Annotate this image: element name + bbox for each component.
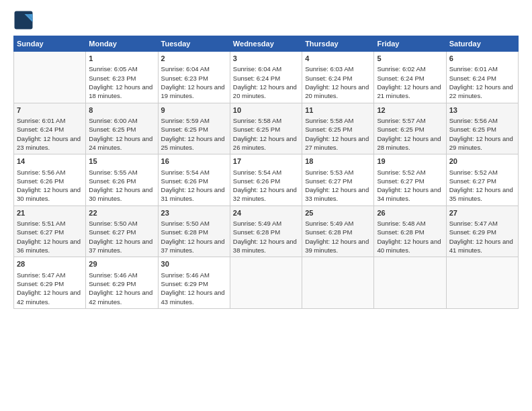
day-number: 1 bbox=[89, 54, 154, 64]
daylight-text: Daylight: 12 hours and 41 minutes. bbox=[449, 237, 515, 255]
sunrise-text: Sunrise: 5:53 AM bbox=[305, 168, 371, 177]
daylight-text: Daylight: 12 hours and 35 minutes. bbox=[449, 185, 515, 203]
sunrise-text: Sunrise: 6:01 AM bbox=[449, 64, 515, 73]
sunset-text: Sunset: 6:29 PM bbox=[17, 279, 83, 288]
calendar-cell: 4Sunrise: 6:03 AMSunset: 6:24 PMDaylight… bbox=[302, 52, 374, 103]
daylight-text: Daylight: 12 hours and 25 minutes. bbox=[161, 134, 227, 152]
daylight-text: Daylight: 12 hours and 23 minutes. bbox=[17, 134, 83, 152]
sunset-text: Sunset: 6:25 PM bbox=[377, 125, 443, 134]
daylight-text: Daylight: 12 hours and 37 minutes. bbox=[89, 237, 154, 255]
sunrise-text: Sunrise: 5:50 AM bbox=[161, 219, 227, 228]
sunset-text: Sunset: 6:28 PM bbox=[305, 228, 371, 236]
day-number: 14 bbox=[17, 156, 83, 167]
daylight-text: Daylight: 12 hours and 18 minutes. bbox=[89, 83, 154, 101]
calendar-cell: 7Sunrise: 6:01 AMSunset: 6:24 PMDaylight… bbox=[14, 103, 86, 154]
logo-icon bbox=[13, 10, 34, 30]
calendar-header: SundayMondayTuesdayWednesdayThursdayFrid… bbox=[14, 36, 519, 52]
daylight-text: Daylight: 12 hours and 34 minutes. bbox=[377, 185, 443, 203]
sunset-text: Sunset: 6:28 PM bbox=[233, 228, 299, 236]
day-number: 26 bbox=[377, 208, 443, 218]
calendar-cell: 6Sunrise: 6:01 AMSunset: 6:24 PMDaylight… bbox=[446, 52, 518, 103]
daylight-text: Daylight: 12 hours and 30 minutes. bbox=[89, 185, 154, 203]
sunset-text: Sunset: 6:26 PM bbox=[17, 177, 83, 185]
day-header-wednesday: Wednesday bbox=[230, 36, 302, 52]
calendar-cell: 25Sunrise: 5:49 AMSunset: 6:28 PMDayligh… bbox=[302, 205, 374, 257]
day-number: 12 bbox=[377, 105, 443, 116]
calendar-cell: 26Sunrise: 5:48 AMSunset: 6:28 PMDayligh… bbox=[374, 205, 446, 257]
header bbox=[13, 10, 519, 30]
sunset-text: Sunset: 6:25 PM bbox=[233, 125, 299, 134]
sunrise-text: Sunrise: 5:50 AM bbox=[89, 219, 154, 228]
day-number: 6 bbox=[449, 54, 515, 64]
sunset-text: Sunset: 6:25 PM bbox=[305, 125, 371, 134]
sunrise-text: Sunrise: 5:47 AM bbox=[17, 271, 83, 279]
sunset-text: Sunset: 6:25 PM bbox=[449, 125, 515, 134]
calendar-cell: 30Sunrise: 5:46 AMSunset: 6:29 PMDayligh… bbox=[158, 257, 230, 309]
day-header-tuesday: Tuesday bbox=[158, 36, 230, 52]
day-number: 27 bbox=[449, 208, 515, 218]
sunset-text: Sunset: 6:26 PM bbox=[161, 177, 227, 185]
sunset-text: Sunset: 6:25 PM bbox=[89, 125, 154, 134]
daylight-text: Daylight: 12 hours and 22 minutes. bbox=[449, 83, 515, 101]
day-number: 11 bbox=[305, 105, 371, 116]
sunrise-text: Sunrise: 5:56 AM bbox=[449, 116, 515, 125]
sunrise-text: Sunrise: 5:49 AM bbox=[233, 219, 299, 228]
sunset-text: Sunset: 6:26 PM bbox=[89, 177, 154, 185]
calendar-cell bbox=[374, 257, 446, 309]
sunrise-text: Sunrise: 6:04 AM bbox=[233, 64, 299, 73]
day-number: 22 bbox=[89, 208, 154, 218]
day-number: 10 bbox=[233, 105, 299, 116]
sunset-text: Sunset: 6:24 PM bbox=[17, 125, 83, 134]
day-number: 24 bbox=[233, 208, 299, 218]
sunrise-text: Sunrise: 6:00 AM bbox=[89, 116, 154, 125]
sunset-text: Sunset: 6:24 PM bbox=[449, 74, 515, 83]
sunrise-text: Sunrise: 5:46 AM bbox=[89, 271, 154, 279]
sunset-text: Sunset: 6:27 PM bbox=[17, 228, 83, 236]
calendar-body: 1Sunrise: 6:05 AMSunset: 6:23 PMDaylight… bbox=[14, 52, 519, 309]
day-number: 30 bbox=[161, 259, 227, 269]
sunset-text: Sunset: 6:23 PM bbox=[89, 74, 154, 83]
svg-rect-0 bbox=[15, 11, 33, 30]
day-number: 8 bbox=[89, 105, 154, 116]
sunrise-text: Sunrise: 5:58 AM bbox=[233, 116, 299, 125]
sunset-text: Sunset: 6:29 PM bbox=[449, 228, 515, 236]
sunset-text: Sunset: 6:24 PM bbox=[233, 74, 299, 83]
daylight-text: Daylight: 12 hours and 20 minutes. bbox=[305, 83, 371, 101]
calendar-cell: 19Sunrise: 5:52 AMSunset: 6:27 PMDayligh… bbox=[374, 154, 446, 206]
sunrise-text: Sunrise: 6:03 AM bbox=[305, 64, 371, 73]
calendar-cell bbox=[302, 257, 374, 309]
daylight-text: Daylight: 12 hours and 20 minutes. bbox=[233, 83, 299, 101]
sunrise-text: Sunrise: 5:49 AM bbox=[305, 219, 371, 228]
day-number: 28 bbox=[17, 259, 83, 269]
daylight-text: Daylight: 12 hours and 27 minutes. bbox=[305, 134, 371, 152]
sunrise-text: Sunrise: 5:59 AM bbox=[161, 116, 227, 125]
sunset-text: Sunset: 6:27 PM bbox=[377, 177, 443, 185]
sunset-text: Sunset: 6:29 PM bbox=[161, 279, 227, 288]
day-number: 5 bbox=[377, 54, 443, 64]
sunrise-text: Sunrise: 6:01 AM bbox=[17, 116, 83, 125]
week-row-2: 14Sunrise: 5:56 AMSunset: 6:26 PMDayligh… bbox=[14, 154, 519, 206]
week-row-3: 21Sunrise: 5:51 AMSunset: 6:27 PMDayligh… bbox=[14, 205, 519, 257]
page: SundayMondayTuesdayWednesdayThursdayFrid… bbox=[0, 0, 532, 411]
calendar-cell: 17Sunrise: 5:54 AMSunset: 6:26 PMDayligh… bbox=[230, 154, 302, 206]
daylight-text: Daylight: 12 hours and 36 minutes. bbox=[17, 237, 83, 255]
sunset-text: Sunset: 6:24 PM bbox=[377, 74, 443, 83]
day-number: 7 bbox=[17, 105, 83, 116]
sunrise-text: Sunrise: 6:02 AM bbox=[377, 64, 443, 73]
day-number: 2 bbox=[161, 54, 227, 64]
day-number: 21 bbox=[17, 208, 83, 218]
day-header-monday: Monday bbox=[86, 36, 158, 52]
day-header-friday: Friday bbox=[374, 36, 446, 52]
day-number: 20 bbox=[449, 156, 515, 167]
day-number: 15 bbox=[89, 156, 154, 167]
sunrise-text: Sunrise: 5:47 AM bbox=[449, 219, 515, 228]
sunset-text: Sunset: 6:29 PM bbox=[89, 279, 154, 288]
calendar-cell: 20Sunrise: 5:52 AMSunset: 6:27 PMDayligh… bbox=[446, 154, 518, 206]
sunrise-text: Sunrise: 6:05 AM bbox=[89, 64, 154, 73]
calendar-cell: 28Sunrise: 5:47 AMSunset: 6:29 PMDayligh… bbox=[14, 257, 86, 309]
sunrise-text: Sunrise: 5:52 AM bbox=[377, 168, 443, 177]
calendar-cell: 13Sunrise: 5:56 AMSunset: 6:25 PMDayligh… bbox=[446, 103, 518, 154]
week-row-4: 28Sunrise: 5:47 AMSunset: 6:29 PMDayligh… bbox=[14, 257, 519, 309]
sunrise-text: Sunrise: 5:58 AM bbox=[305, 116, 371, 125]
daylight-text: Daylight: 12 hours and 40 minutes. bbox=[377, 237, 443, 255]
